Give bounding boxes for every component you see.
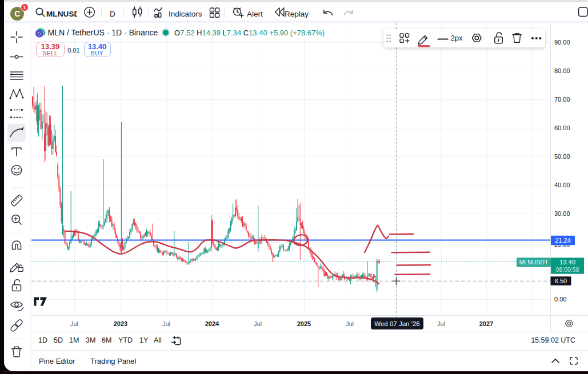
svg-text:6.50: 6.50 xyxy=(555,278,567,284)
svg-text:2025: 2025 xyxy=(297,320,311,327)
svg-text:13.40: 13.40 xyxy=(559,259,575,266)
svg-text:60.00: 60.00 xyxy=(554,124,570,131)
svg-text:50.00: 50.00 xyxy=(554,153,570,160)
svg-text:70.00: 70.00 xyxy=(554,96,570,103)
svg-text:08:00:58: 08:00:58 xyxy=(556,266,579,273)
svg-text:0.00: 0.00 xyxy=(554,296,566,303)
svg-text:Jul: Jul xyxy=(70,320,78,327)
svg-text:21.24: 21.24 xyxy=(555,237,571,244)
svg-text:40.00: 40.00 xyxy=(554,182,570,188)
svg-text:80.00: 80.00 xyxy=(554,67,570,74)
svg-text:Jul: Jul xyxy=(346,320,354,327)
svg-text:MLNUSDT: MLNUSDT xyxy=(519,259,549,266)
svg-text:2024: 2024 xyxy=(205,320,219,327)
svg-text:Jul: Jul xyxy=(437,320,445,327)
svg-text:Wed 07 Jan '26: Wed 07 Jan '26 xyxy=(374,320,419,327)
svg-text:30.00: 30.00 xyxy=(554,210,570,217)
svg-text:Jul: Jul xyxy=(254,320,262,327)
svg-text:90.00: 90.00 xyxy=(554,39,570,46)
svg-text:2023: 2023 xyxy=(114,320,127,327)
svg-text:2027: 2027 xyxy=(479,320,493,327)
svg-text:Jul: Jul xyxy=(162,320,170,327)
